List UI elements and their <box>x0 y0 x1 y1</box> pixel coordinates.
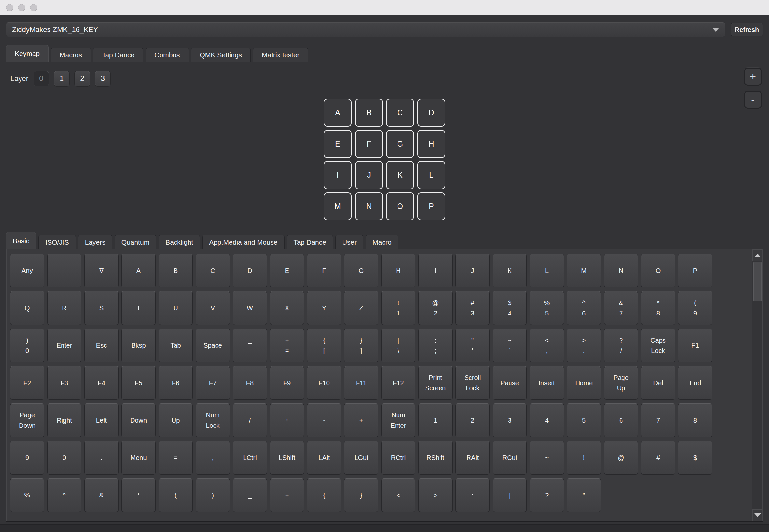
keycap-f7[interactable]: F7 <box>196 366 230 400</box>
window-minimize-button[interactable] <box>18 4 25 11</box>
tab-matrix-tester[interactable]: Matrix tester <box>253 48 308 62</box>
keycap-8[interactable]: 8 <box>678 403 712 437</box>
keycap-blank[interactable]: } <box>344 478 378 512</box>
tab-macros[interactable]: Macros <box>51 48 91 62</box>
keycap-s[interactable]: S <box>84 291 119 325</box>
keycap-0[interactable]: 0 <box>47 441 81 475</box>
keycap-blank[interactable]: < <box>381 478 415 512</box>
keycap-d[interactable]: D <box>233 254 267 287</box>
keycap-blank[interactable]: + <box>270 478 304 512</box>
keycap-blank[interactable] <box>47 254 81 287</box>
keycap-f5[interactable]: F5 <box>121 366 156 400</box>
keycap-blank[interactable]: " ' <box>455 329 490 362</box>
keycap-blank[interactable]: " <box>567 478 601 512</box>
keycap-rctrl[interactable]: RCtrl <box>381 441 415 475</box>
layer-button-3[interactable]: 3 <box>95 71 110 86</box>
keycap-lctrl[interactable]: LCtrl <box>233 441 267 475</box>
keycap-space[interactable]: Space <box>196 329 230 362</box>
keycap-blank[interactable]: ) <box>196 478 230 512</box>
keycap-blank[interactable]: ~ ` <box>493 329 527 362</box>
keycap-up[interactable]: Up <box>159 403 193 437</box>
keycap-c[interactable]: C <box>196 254 230 287</box>
window-zoom-button[interactable] <box>30 4 37 11</box>
keycap-2[interactable]: @ 2 <box>418 291 453 325</box>
keycap-q[interactable]: Q <box>10 291 44 325</box>
keycap-7[interactable]: & 7 <box>604 291 638 325</box>
keymap-key-l[interactable]: L <box>417 161 445 189</box>
layer-button-0[interactable]: 0 <box>34 71 49 86</box>
keycode-tab-quantum[interactable]: Quantum <box>115 235 156 249</box>
keycap-blank[interactable]: ( <box>159 478 193 512</box>
keycap-caps-lock[interactable]: Caps Lock <box>641 329 675 362</box>
keymap-key-m[interactable]: M <box>324 192 352 220</box>
keycap-2[interactable]: 2 <box>455 403 490 437</box>
layer-button-1[interactable]: 1 <box>54 71 69 86</box>
keycap-f10[interactable]: F10 <box>307 366 341 400</box>
keycap-ralt[interactable]: RAlt <box>455 441 490 475</box>
keymap-key-b[interactable]: B <box>355 99 383 127</box>
keycap-lgui[interactable]: LGui <box>344 441 378 475</box>
refresh-button[interactable]: Refresh <box>731 23 763 36</box>
keycap-left[interactable]: Left <box>84 403 119 437</box>
device-dropdown[interactable]: ZiddyMakes ZMK_16_KEY <box>6 22 725 37</box>
scrollbar[interactable] <box>752 249 762 521</box>
keymap-key-f[interactable]: F <box>355 130 383 158</box>
keycap-esc[interactable]: Esc <box>84 329 119 362</box>
tab-tap-dance[interactable]: Tap Dance <box>93 48 143 62</box>
keycap-1[interactable]: ! 1 <box>381 291 415 325</box>
keycap-t[interactable]: T <box>121 291 156 325</box>
keycap-z[interactable]: Z <box>344 291 378 325</box>
keycap-9[interactable]: ( 9 <box>678 291 712 325</box>
keycap-blank[interactable]: / <box>233 403 267 437</box>
keycap-o[interactable]: O <box>641 254 675 287</box>
keycap-f2[interactable]: F2 <box>10 366 44 400</box>
keycap-blank[interactable]: < , <box>530 329 564 362</box>
keycap-3[interactable]: 3 <box>493 403 527 437</box>
keycode-tab-macro[interactable]: Macro <box>366 235 398 249</box>
keycap-blank[interactable]: ? <box>530 478 564 512</box>
keycap-down[interactable]: Down <box>121 403 156 437</box>
keycap-end[interactable]: End <box>678 366 712 400</box>
keycap-page-down[interactable]: Page Down <box>10 403 44 437</box>
keymap-key-i[interactable]: I <box>324 161 352 189</box>
keycap-h[interactable]: H <box>381 254 415 287</box>
keycap-blank[interactable]: ~ <box>530 441 564 475</box>
keymap-key-o[interactable]: O <box>386 192 414 220</box>
keycap-9[interactable]: 9 <box>10 441 44 475</box>
tab-keymap[interactable]: Keymap <box>6 45 49 62</box>
keycode-tab-tap-dance[interactable]: Tap Dance <box>287 235 333 249</box>
zoom-out-button[interactable]: - <box>744 91 762 109</box>
keycap-insert[interactable]: Insert <box>530 366 564 400</box>
keycap-blank[interactable]: ^ <box>47 478 81 512</box>
keycap-blank[interactable]: | <box>493 478 527 512</box>
keycode-tab-backlight[interactable]: Backlight <box>159 235 200 249</box>
keycap-blank[interactable]: ! <box>567 441 601 475</box>
keycap-6[interactable]: 6 <box>604 403 638 437</box>
keycap-f9[interactable]: F9 <box>270 366 304 400</box>
keycap-blank[interactable]: + = <box>270 329 304 362</box>
keycap-blank[interactable]: * <box>121 478 156 512</box>
keycap-blank[interactable]: . <box>84 441 119 475</box>
keycap-blank[interactable]: % <box>10 478 44 512</box>
keymap-key-p[interactable]: P <box>417 192 445 220</box>
keycap-blank[interactable]: & <box>84 478 119 512</box>
keycap-f4[interactable]: F4 <box>84 366 119 400</box>
keycap-w[interactable]: W <box>233 291 267 325</box>
keycap-e[interactable]: E <box>270 254 304 287</box>
keycap-print-screen[interactable]: Print Screen <box>418 366 453 400</box>
window-close-button[interactable] <box>6 4 13 11</box>
keycap-blank[interactable]: = <box>159 441 193 475</box>
scrollbar-thumb[interactable] <box>753 262 762 301</box>
keycap-4[interactable]: $ 4 <box>493 291 527 325</box>
keymap-key-h[interactable]: H <box>417 130 445 158</box>
scrollbar-down-button[interactable] <box>752 509 762 521</box>
keycap-blank[interactable]: $ <box>678 441 712 475</box>
keycap-blank[interactable]: > <box>418 478 453 512</box>
keycode-tab-layers[interactable]: Layers <box>78 235 112 249</box>
keycap-blank[interactable]: # <box>641 441 675 475</box>
keycap-x[interactable]: X <box>270 291 304 325</box>
keycap-1[interactable]: 1 <box>418 403 453 437</box>
keycap-7[interactable]: 7 <box>641 403 675 437</box>
keycap-rgui[interactable]: RGui <box>493 441 527 475</box>
keymap-key-n[interactable]: N <box>355 192 383 220</box>
